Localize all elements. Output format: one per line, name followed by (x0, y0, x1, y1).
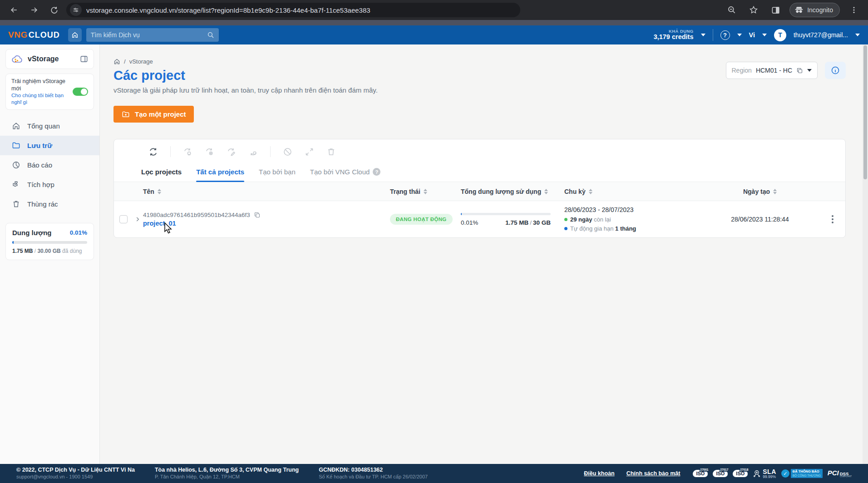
breadcrumb-home-icon[interactable] (113, 58, 120, 65)
resize-icon[interactable] (305, 147, 314, 157)
language-caret-icon[interactable] (762, 34, 767, 36)
forward-icon[interactable] (26, 2, 42, 18)
create-project-button[interactable]: Tạo một project (113, 106, 194, 123)
sidebar-item-storage[interactable]: Lưu trữ (0, 136, 99, 155)
change-plan-icon[interactable] (205, 147, 214, 157)
collapse-sidebar-icon[interactable] (80, 55, 88, 63)
status-badge: ĐANG HOẠT ĐỘNG (390, 214, 453, 225)
tab-help-icon[interactable]: ? (373, 168, 380, 176)
toolbar-divider (270, 146, 271, 157)
sort-icon[interactable] (158, 189, 161, 194)
tab-created-by-you[interactable]: Tạo bởi bạn (259, 162, 296, 182)
side-panel-icon[interactable] (768, 2, 783, 18)
project-link[interactable]: project_01 (143, 220, 176, 227)
search-input[interactable] (91, 31, 203, 39)
sla-network-icon (753, 469, 761, 478)
site-settings-icon[interactable] (70, 4, 82, 16)
feedback-card: Trải nghiệm vStorage mới Cho chúng tôi b… (5, 74, 94, 110)
scrollbar-thumb[interactable] (863, 45, 867, 179)
footer-contact: support@vngcloud.vn - 1900 1549 (16, 474, 135, 480)
avatar[interactable]: T (774, 29, 786, 41)
footer-license: GCNĐKDN: 0304851362 (319, 467, 428, 474)
chrome-divider (0, 20, 868, 25)
region-info-button[interactable] (825, 62, 846, 79)
expand-row-icon[interactable] (134, 216, 141, 222)
breadcrumb-item[interactable]: vStorage (129, 58, 153, 65)
row-menu-icon[interactable] (832, 215, 833, 223)
iso-27018-badge: ISO27018 (733, 470, 748, 477)
sla-badge: SLA99.99% (753, 468, 776, 479)
feedback-toggle[interactable] (73, 88, 88, 96)
help-icon[interactable]: ? (720, 30, 730, 40)
renew-cycle-icon[interactable] (227, 147, 236, 157)
top-navigation: VNG CLOUD KHẢ DỤNG 3,179 credits ? Vi T … (0, 25, 868, 44)
sort-icon[interactable] (589, 189, 592, 194)
vngcloud-logo[interactable]: VNG CLOUD (8, 30, 60, 40)
capacity-slash: / (35, 248, 36, 254)
project-name-cell: 41980adc9761461b959501b42344a6f3 project… (143, 212, 384, 227)
copy-icon[interactable] (254, 212, 261, 218)
column-header-created[interactable]: Ngày tạo (700, 188, 819, 195)
cycle-cell: 28/06/2023 - 28/07/2023 29 ngày còn lại … (560, 205, 700, 233)
product-header: vStorage (5, 49, 94, 69)
iso-27017-badge: ISO27017 (713, 470, 728, 477)
user-email[interactable]: thuyvt727@gmail... (794, 31, 848, 39)
cancel-icon[interactable] (283, 147, 292, 157)
column-header-cycle[interactable]: Chu kỳ (560, 188, 700, 195)
region-caret-icon[interactable] (807, 69, 812, 72)
transfer-project-icon[interactable] (183, 147, 192, 157)
privacy-link[interactable]: Chính sách bảo mật (626, 470, 681, 477)
folder-icon (12, 141, 20, 150)
region-value: HCM01 - HC (756, 67, 792, 74)
column-header-status[interactable]: Trạng thái (384, 188, 461, 195)
column-header-usage[interactable]: Tổng dung lượng sử dụng (461, 188, 560, 195)
reload-icon[interactable] (46, 2, 62, 18)
row-checkbox[interactable] (119, 215, 128, 223)
sidebar: vStorage Trải nghiệm vStorage mới Cho ch… (0, 44, 100, 464)
back-icon[interactable] (6, 2, 22, 18)
copy-icon[interactable] (796, 67, 803, 74)
search-icon[interactable] (207, 31, 214, 39)
column-header-name[interactable]: Tên (143, 188, 384, 195)
sidebar-item-reports[interactable]: Báo cáo (0, 155, 99, 175)
delete-icon[interactable] (326, 147, 336, 157)
bookmark-star-icon[interactable] (746, 2, 761, 18)
sidebar-item-label: Tổng quan (27, 122, 60, 130)
usage-percent: 0.01% (461, 219, 478, 226)
tab-all-projects[interactable]: Tất cả projects (196, 162, 244, 182)
credits-value: 3,179 credits (654, 34, 694, 41)
cycle-auto-renew: Tự động gia hạn 1 tháng (564, 224, 700, 233)
tab-created-by-vng[interactable]: Tạo bởi VNG Cloud ? (310, 162, 381, 182)
refresh-icon[interactable] (148, 147, 158, 157)
region-selector[interactable]: Region HCM01 - HC (726, 62, 818, 79)
credits-display[interactable]: KHẢ DỤNG 3,179 credits (654, 29, 694, 41)
sidebar-item-label: Báo cáo (27, 161, 52, 169)
sort-icon[interactable] (773, 189, 777, 194)
sidebar-item-overview[interactable]: Tổng quan (0, 116, 99, 136)
sidebar-item-trash[interactable]: Thùng rác (0, 194, 99, 214)
usage-slash: / (528, 219, 533, 226)
product-name: vStorage (28, 55, 75, 63)
auto-renew-icon[interactable] (248, 147, 258, 157)
zoom-out-icon[interactable] (724, 2, 740, 18)
nav-divider (713, 29, 713, 41)
credits-caret-icon[interactable] (701, 34, 705, 36)
project-tabs: Lọc projects Tất cả projects Tạo bởi bạn… (114, 162, 845, 182)
address-bar[interactable]: vstorage.console.vngcloud.vn/storage/lis… (66, 3, 520, 17)
account-caret-icon[interactable] (855, 34, 860, 36)
sidebar-item-integration[interactable]: Tích hợp (0, 175, 99, 194)
language-selector[interactable]: Vi (749, 31, 755, 39)
feedback-link[interactable]: Cho chúng tôi biết bạn nghĩ gì (11, 92, 69, 105)
sort-icon[interactable] (424, 189, 427, 194)
browser-menu-icon[interactable] (846, 2, 862, 18)
nav-home-button[interactable] (68, 28, 82, 42)
scrollbar[interactable] (863, 44, 868, 464)
service-search[interactable] (86, 28, 219, 42)
filter-label: Lọc projects (141, 168, 182, 176)
help-caret-icon[interactable] (737, 34, 742, 36)
terms-link[interactable]: Điều khoản (584, 470, 614, 477)
cycle-remaining: 29 ngày còn lại (564, 215, 700, 224)
create-project-label: Tạo một project (135, 110, 186, 118)
sort-icon[interactable] (544, 189, 548, 194)
capacity-used: 1.75 MB (12, 248, 33, 254)
